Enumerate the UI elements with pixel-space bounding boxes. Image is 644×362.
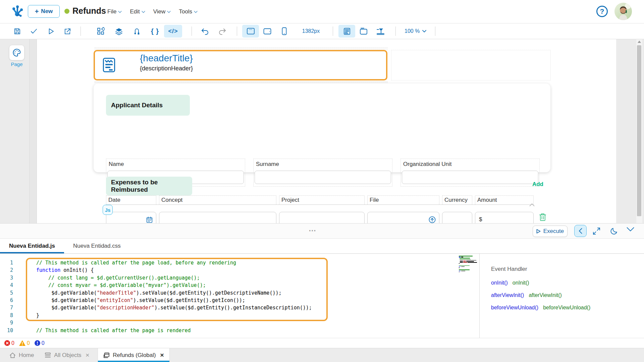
menu-tools[interactable]: Tools xyxy=(179,8,198,15)
code-line-6[interactable]: $d.getVariable("entityIcon").setValue($d… xyxy=(20,297,456,304)
code-line-9[interactable] xyxy=(20,319,456,326)
editor-minimap[interactable] xyxy=(459,256,477,273)
code-line-5[interactable]: $d.getVariable("headerTitle").setValue($… xyxy=(20,289,456,297)
panel-collapse-left-icon[interactable] xyxy=(574,225,587,237)
desktop-view-icon[interactable] xyxy=(242,25,259,38)
validate-icon[interactable] xyxy=(25,25,42,38)
close-tab-icon[interactable]: ✕ xyxy=(86,352,90,358)
mobile-view-icon[interactable] xyxy=(276,25,292,38)
code-content[interactable]: // This method is called after the page … xyxy=(20,259,456,334)
row-input-currency[interactable] xyxy=(442,212,472,223)
line-number: 7 xyxy=(0,304,20,311)
widgets-icon[interactable] xyxy=(92,25,110,38)
zoom-select[interactable]: 100 % xyxy=(405,28,426,34)
code-line-2[interactable]: function onInit() { xyxy=(20,266,456,274)
page-settings-button[interactable]: Page xyxy=(9,45,24,67)
undo-icon[interactable] xyxy=(197,25,213,38)
execute-label: Execute xyxy=(543,228,564,235)
infos-count: 0 xyxy=(42,340,45,346)
row-input-amount[interactable]: $ xyxy=(475,212,534,223)
help-icon[interactable]: ? xyxy=(596,6,608,17)
workspace-tab-home[interactable]: Home xyxy=(4,348,39,362)
save-icon[interactable] xyxy=(9,25,25,38)
minimap-line xyxy=(459,260,477,261)
handler-implementation: afterViewInit() xyxy=(529,292,561,298)
row-input-date[interactable] xyxy=(106,212,156,223)
menu-view[interactable]: View xyxy=(153,8,171,15)
upload-icon[interactable] xyxy=(428,216,436,223)
field-input[interactable] xyxy=(402,171,538,184)
avatar[interactable] xyxy=(614,3,632,20)
layers-icon[interactable] xyxy=(110,25,128,38)
minimap-line xyxy=(459,256,477,256)
menu-edit[interactable]: Edit xyxy=(130,8,145,15)
app-logo-icon[interactable] xyxy=(10,4,24,18)
expenses-table-row: $ xyxy=(106,212,534,223)
page-title: Refunds xyxy=(72,6,106,16)
code-tab-nueva-entidad-js[interactable]: Nueva Entidad.js xyxy=(0,239,64,253)
js-event-badge[interactable]: Js xyxy=(103,205,113,215)
code-editor[interactable]: 12345678910 // This method is called aft… xyxy=(0,254,644,338)
status-dot xyxy=(64,9,69,14)
field-label: Surname xyxy=(255,160,391,171)
code-line-10[interactable]: // This method is called after the page … xyxy=(20,327,456,334)
line-number: 4 xyxy=(0,282,20,289)
delete-row-icon[interactable] xyxy=(539,213,547,222)
panel-resize-handle[interactable]: ⋯ xyxy=(309,226,317,235)
code-line-7[interactable]: $d.getVariable("descriptionHeader").setV… xyxy=(20,304,456,311)
field-group-surname: Surname xyxy=(253,159,392,187)
field-input[interactable] xyxy=(255,171,391,184)
data-filter-icon[interactable] xyxy=(372,25,389,38)
row-input-file[interactable] xyxy=(367,212,439,223)
code-line-8[interactable]: } xyxy=(20,312,456,319)
code-view-icon[interactable]: </> xyxy=(164,25,182,38)
connections-icon[interactable] xyxy=(128,25,146,38)
plus-icon: + xyxy=(35,8,39,15)
toolbar-separator xyxy=(395,26,396,36)
panel-collapse-down-icon[interactable] xyxy=(627,227,634,232)
tablet-view-icon[interactable] xyxy=(259,25,276,38)
code-tab-nueva-entidad-css[interactable]: Nueva Entidad.css xyxy=(64,239,130,253)
redo-icon[interactable] xyxy=(214,25,231,38)
chevron-down-icon xyxy=(142,11,145,13)
dropzone-above-header xyxy=(95,48,388,49)
handler-link[interactable]: afterViewInit() xyxy=(491,292,524,298)
field-label: Organizational Unit xyxy=(402,160,538,171)
handler-link[interactable]: beforeViewUnload() xyxy=(491,305,538,310)
menu-file[interactable]: File xyxy=(107,8,122,15)
errors-counter[interactable]: 0 xyxy=(4,340,14,346)
scrollbar-thumb[interactable] xyxy=(637,45,641,216)
page-structure-icon[interactable] xyxy=(338,25,355,38)
warnings-counter[interactable]: 0 xyxy=(19,340,30,346)
run-icon[interactable] xyxy=(42,25,59,38)
errors-count: 0 xyxy=(11,340,14,346)
dark-mode-icon[interactable] xyxy=(610,227,618,235)
code-line-4[interactable]: // const myvar = $d.getVariable("myvar")… xyxy=(20,282,456,289)
expand-panel-icon[interactable] xyxy=(592,227,601,235)
code-line-1[interactable]: // This method is called after the page … xyxy=(20,259,456,266)
window-icon[interactable] xyxy=(355,25,372,38)
export-icon[interactable] xyxy=(59,25,76,38)
add-row-link[interactable]: Add xyxy=(523,181,543,188)
braces-icon[interactable]: { } xyxy=(146,25,164,38)
row-input-project[interactable] xyxy=(279,212,365,223)
column-header-date: Date xyxy=(106,195,156,204)
infos-counter[interactable]: 0 xyxy=(35,340,45,346)
row-input-concept[interactable] xyxy=(159,212,276,223)
collapse-row-icon[interactable] xyxy=(529,203,535,206)
workspace-tab-all-objects[interactable]: All Objects✕ xyxy=(39,348,95,362)
scroll-up-arrow[interactable] xyxy=(638,41,641,43)
menu-label: Edit xyxy=(130,8,140,15)
app-header: + New Refunds FileEditViewTools ? xyxy=(0,0,644,23)
minimap-line xyxy=(459,257,477,257)
handler-link[interactable]: onInit() xyxy=(491,280,508,286)
minimap-line xyxy=(459,267,477,268)
execute-button[interactable]: Execute xyxy=(533,226,568,237)
calendar-icon[interactable] xyxy=(146,216,153,223)
header-widget-selected[interactable]: {headerTitle} {descriptionHeader} xyxy=(94,50,387,80)
new-button[interactable]: + New xyxy=(28,5,60,18)
canvas-scrollbar[interactable] xyxy=(636,39,642,223)
code-line-3[interactable]: // const lang = $d.getCurrentUser().getL… xyxy=(20,274,456,282)
workspace-tab-refunds-global-[interactable]: Refunds (Global)✕ xyxy=(98,348,170,362)
close-tab-icon[interactable]: ✕ xyxy=(160,352,164,358)
